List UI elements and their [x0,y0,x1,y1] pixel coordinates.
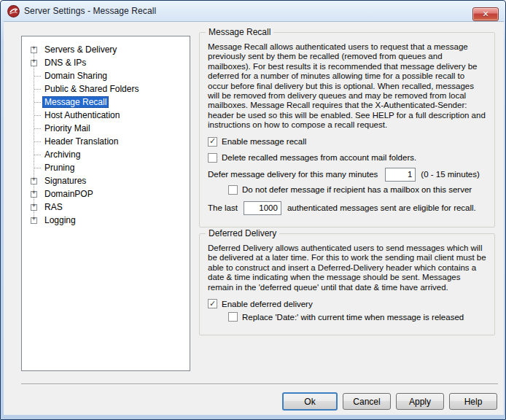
tree-stub [34,115,41,116]
message-recall-description: Message Recall allows authenticated user… [208,42,486,131]
defer-minutes-hint: (0 - 15 minutes) [421,170,480,179]
last-messages-input[interactable]: 1000 [244,201,281,215]
deferred-delivery-description: Deferred Delivery allows authenticated u… [208,244,486,292]
ok-button[interactable]: Ok [282,392,338,411]
enable-message-recall-row: ✓ Enable message recall [208,137,486,147]
defer-delivery-row: Defer message delivery for this many min… [208,168,486,182]
group-title: Deferred Delivery [206,228,279,238]
footer-buttons: Ok Cancel Apply Help [282,392,497,411]
replace-date-checkbox[interactable]: ✓ [228,312,238,322]
replace-date-row: ✓ Replace 'Date:' with current time when… [228,312,486,322]
tree-stub [34,155,41,155]
tree-stub [34,89,41,90]
enable-deferred-delivery-checkbox[interactable]: ✓ [208,299,217,308]
delete-recalled-checkbox[interactable]: ✓ [208,153,217,163]
no-defer-checkbox[interactable]: ✓ [228,185,238,195]
apply-button[interactable]: Apply [396,393,444,410]
cancel-button[interactable]: Cancel [343,393,391,410]
no-defer-label: Do not defer message if recipient has a … [242,185,472,194]
enable-deferred-delivery-label: Enable deferred delivery [222,300,313,308]
client-area: + Servers & Delivery + DNS & IPs Domain … [4,21,504,415]
sidebar-item-header-translation[interactable]: Header Translation [22,135,190,148]
check-icon: ✓ [209,137,216,145]
replace-date-label: Replace 'Date:' with current time when m… [242,313,464,322]
tree-stub [34,76,41,77]
tree-stub [34,128,41,129]
settings-tree: + Servers & Delivery + DNS & IPs Domain … [21,36,190,371]
expand-icon[interactable]: + [31,191,37,198]
sidebar-item-public-shared-folders[interactable]: Public & Shared Folders [22,82,190,96]
window-title: Server Settings - Message Recall [24,6,156,16]
enable-deferred-delivery-row: ✓ Enable deferred delivery [208,299,486,308]
sidebar-item-domain-sharing[interactable]: Domain Sharing [22,69,190,82]
tree-stub [34,141,41,142]
close-icon: ✕ [482,10,489,18]
sidebar-item-archiving[interactable]: Archiving [22,148,190,161]
selected-tree-item: Message Recall [42,96,109,108]
sidebar-item-domainpop[interactable]: + DomainPOP [22,187,190,201]
sidebar-item-signatures[interactable]: + Signatures [22,174,190,187]
expand-icon[interactable]: + [31,47,37,53]
tree-stub [34,102,41,103]
tree-stub [34,168,41,168]
last-messages-prefix: The last [208,203,238,212]
no-defer-row: ✓ Do not defer message if recipient has … [228,185,486,195]
expand-icon[interactable]: + [31,204,37,211]
recall-eligible-row: The last 1000 authenticated messages sen… [208,201,486,215]
check-icon: ✓ [209,300,216,308]
expand-icon[interactable]: + [31,178,37,184]
help-button[interactable]: Help [449,393,497,410]
close-button[interactable]: ✕ [472,7,499,21]
sidebar-item-logging[interactable]: + Logging [22,214,190,227]
expand-icon[interactable]: + [31,217,37,224]
enable-message-recall-label: Enable message recall [222,137,306,146]
sidebar-item-pruning[interactable]: Pruning [22,161,190,174]
defer-minutes-label: Defer message delivery for this many min… [208,170,378,179]
expand-icon[interactable]: + [31,60,37,66]
group-title: Message Recall [206,27,273,37]
message-recall-group: Message Recall Message Recall allows aut… [199,32,495,228]
footer-separator [21,384,498,385]
mdaemon-logo-icon [7,5,20,18]
deferred-delivery-group: Deferred Delivery Deferred Delivery allo… [199,233,495,335]
server-settings-dialog: Server Settings - Message Recall ✕ + Ser… [0,0,506,420]
delete-recalled-label: Delete recalled messages from account ma… [222,153,416,162]
sidebar-item-host-authentication[interactable]: Host Authentication [22,109,190,122]
titlebar[interactable]: Server Settings - Message Recall ✕ [1,1,505,21]
last-messages-suffix: authenticated messages sent are eligible… [287,203,476,212]
sidebar-item-ras[interactable]: + RAS [22,201,190,214]
sidebar-item-servers-delivery[interactable]: + Servers & Delivery [22,43,190,56]
enable-message-recall-checkbox[interactable]: ✓ [208,137,217,147]
sidebar-item-priority-mail[interactable]: Priority Mail [22,122,190,135]
sidebar-item-dns-ips[interactable]: + DNS & IPs [22,56,190,69]
sidebar-item-message-recall[interactable]: Message Recall [22,96,190,109]
delete-recalled-row: ✓ Delete recalled messages from account … [208,153,486,163]
defer-minutes-input[interactable]: 1 [385,168,416,182]
